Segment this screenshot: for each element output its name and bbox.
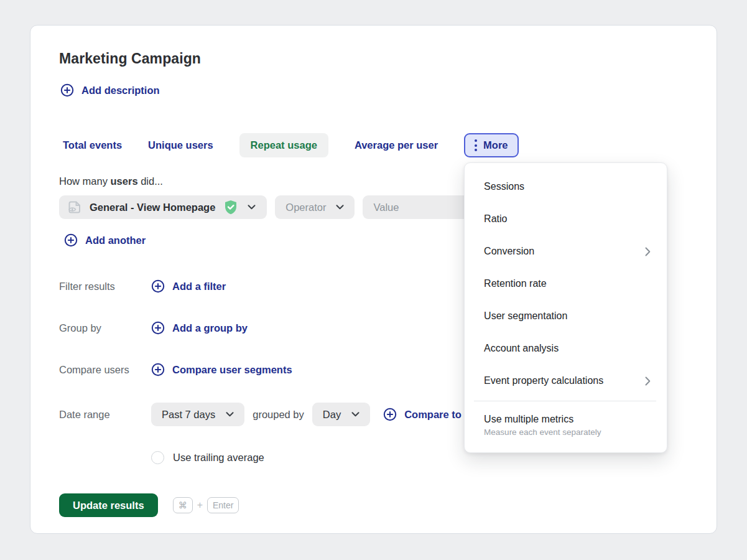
add-group-by-label: Add a group by [172, 322, 248, 334]
menu-item-label: User segmentation [484, 310, 567, 322]
menu-item-use-multiple-metrics[interactable]: Use multiple metrics Measure each event … [465, 405, 667, 445]
enter-key: Enter [207, 497, 239, 513]
tab-total-events[interactable]: Total events [63, 139, 122, 151]
menu-item-label: Account analysis [484, 343, 559, 354]
menu-divider [474, 401, 656, 401]
plus-circle-icon [60, 83, 74, 97]
operator-dropdown[interactable]: Operator [275, 195, 355, 219]
add-group-by-button[interactable]: Add a group by [151, 321, 248, 335]
more-button[interactable]: More [464, 133, 518, 157]
menu-item-ratio[interactable]: Ratio [465, 203, 667, 235]
chevron-right-icon [645, 247, 651, 256]
chevron-right-icon [645, 376, 651, 386]
add-filter-button[interactable]: Add a filter [151, 279, 226, 293]
event-name: General - View Homepage [90, 202, 215, 213]
menu-item-label: Ratio [484, 213, 507, 225]
menu-item-event-property-calculations[interactable]: Event property calculations [465, 365, 667, 397]
chevron-down-icon [336, 205, 344, 210]
plus-circle-icon [151, 279, 165, 293]
add-another-button[interactable]: Add another [64, 233, 146, 247]
add-description-label: Add description [81, 85, 160, 96]
grouped-by-label: grouped by [253, 409, 304, 421]
menu-item-description: Measure each event separately [484, 427, 601, 437]
add-description-button[interactable]: Add description [60, 83, 160, 97]
menu-item-label: Retention rate [484, 278, 547, 289]
plus-circle-icon [151, 321, 165, 335]
compare-user-segments-label: Compare user segments [172, 364, 292, 376]
add-another-label: Add another [85, 235, 146, 246]
granularity-dropdown[interactable]: Day [312, 403, 370, 426]
menu-item-label: Sessions [484, 181, 524, 192]
tab-repeat-usage[interactable]: Repeat usage [239, 133, 328, 157]
tab-unique-users[interactable]: Unique users [148, 139, 213, 151]
chevron-down-icon [351, 412, 360, 417]
more-button-label: More [483, 139, 508, 151]
menu-item-label: Event property calculations [484, 375, 603, 386]
menu-item-retention-rate[interactable]: Retention rate [465, 268, 667, 300]
granularity-value: Day [323, 409, 341, 421]
menu-item-conversion[interactable]: Conversion [465, 235, 667, 268]
verified-shield-icon [224, 200, 238, 215]
value-input[interactable]: Value [363, 195, 480, 219]
menu-item-account-analysis[interactable]: Account analysis [465, 332, 667, 365]
add-filter-label: Add a filter [172, 281, 226, 292]
menu-item-sessions[interactable]: Sessions [465, 170, 667, 203]
menu-item-label: Use multiple metrics [484, 414, 573, 425]
trailing-average-checkbox[interactable] [151, 451, 164, 464]
menu-item-user-segmentation[interactable]: User segmentation [465, 300, 667, 332]
more-dropdown-menu: Sessions Ratio Conversion Retention rate… [464, 162, 667, 453]
row-label: Filter results [59, 281, 151, 292]
operator-placeholder: Operator [285, 202, 326, 213]
analysis-card: Marketing Campaign Add description Total… [30, 25, 717, 534]
date-range-value: Past 7 days [162, 409, 215, 421]
event-selector[interactable]: General - View Homepage [59, 195, 267, 219]
value-placeholder: Value [373, 202, 399, 213]
event-page-eye-icon [67, 200, 82, 214]
footer-actions: Update results ⌘ + Enter [59, 493, 688, 517]
compare-user-segments-button[interactable]: Compare user segments [151, 363, 292, 376]
chevron-down-icon [226, 412, 234, 417]
date-range-dropdown[interactable]: Past 7 days [151, 403, 244, 426]
kebab-icon [475, 139, 477, 151]
row-label: Group by [59, 322, 151, 334]
more-menu-wrapper: More Sessions Ratio Conversion Retention… [464, 133, 518, 157]
menu-item-label: Conversion [484, 246, 534, 257]
date-range-label: Date range [59, 409, 151, 421]
plus-circle-icon [64, 233, 78, 247]
page-title: Marketing Campaign [59, 50, 688, 67]
plus-separator: + [197, 500, 203, 511]
trailing-average-label: Use trailing average [173, 452, 264, 464]
plus-circle-icon [151, 363, 165, 376]
keyboard-shortcut: ⌘ + Enter [173, 497, 239, 513]
metric-tabs: Total events Unique users Repeat usage A… [63, 133, 688, 157]
plus-circle-icon [383, 408, 397, 421]
row-label: Compare users [59, 364, 151, 376]
update-results-button[interactable]: Update results [59, 493, 158, 517]
cmd-key: ⌘ [173, 497, 193, 513]
tab-average-per-user[interactable]: Average per user [355, 139, 438, 151]
chevron-down-icon [248, 205, 256, 210]
trailing-average-row: Use trailing average [151, 451, 688, 464]
